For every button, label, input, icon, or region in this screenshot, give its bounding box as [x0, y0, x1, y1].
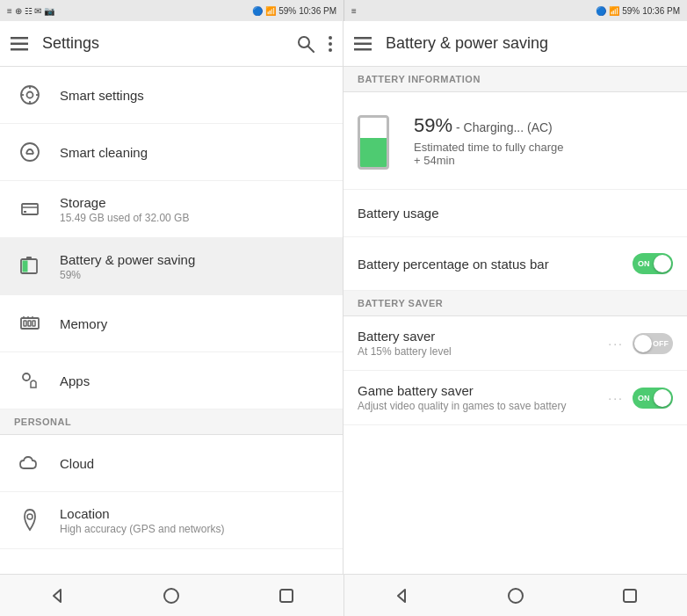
svg-rect-21 — [23, 261, 28, 272]
location-subtitle: High accuracy (GPS and networks) — [60, 523, 224, 535]
apps-icon — [14, 365, 46, 396]
more-options-icon[interactable] — [329, 36, 332, 52]
svg-rect-0 — [11, 37, 28, 40]
header-actions — [297, 35, 332, 53]
battery-header: Battery & power saving — [344, 21, 687, 67]
battery-usage-label: Battery usage — [358, 206, 439, 221]
time-left: 10:36 PM — [299, 6, 336, 16]
nav-bars — [0, 574, 687, 616]
storage-text: Storage 15.49 GB used of 32.00 GB — [60, 195, 189, 224]
battery-percentage-item[interactable]: Battery percentage on status bar ON — [344, 237, 687, 291]
svg-rect-31 — [354, 37, 372, 40]
notification-icons: ⊕ ☷ ✉ 📷 — [15, 6, 54, 16]
smart-settings-text: Smart settings — [60, 88, 144, 103]
battery-saver-more-dots[interactable]: ··· — [608, 337, 624, 351]
hamburger-icon[interactable] — [11, 37, 28, 51]
right-back-button[interactable] — [384, 578, 419, 613]
smart-cleaning-text: Smart cleaning — [60, 145, 148, 160]
cloud-icon — [14, 447, 46, 479]
svg-point-7 — [329, 48, 332, 52]
battery-saver-item[interactable]: Battery saver At 15% battery level ··· O… — [344, 316, 687, 371]
svg-rect-20 — [26, 257, 32, 259]
game-battery-saver-more-dots[interactable]: ··· — [608, 391, 624, 405]
settings-list: Smart settings Smart cleaning — [0, 67, 343, 574]
battery-text: Battery & power saving 59% — [60, 252, 195, 281]
right-home-button[interactable] — [498, 578, 533, 613]
time-right: 10:36 PM — [642, 6, 680, 16]
apps-text: Apps — [60, 373, 90, 388]
svg-rect-1 — [11, 42, 28, 45]
location-title: Location — [60, 506, 224, 521]
cloud-text: Cloud — [60, 456, 94, 471]
svg-marker-34 — [54, 590, 61, 602]
storage-icon — [14, 193, 46, 225]
svg-point-9 — [27, 92, 33, 98]
settings-header: Settings — [0, 21, 343, 67]
settings-item-battery[interactable]: Battery & power saving 59% — [0, 238, 343, 295]
smart-settings-icon — [14, 79, 46, 111]
left-recents-button[interactable] — [269, 578, 304, 613]
right-recents-button[interactable] — [612, 578, 647, 613]
smart-settings-title: Smart settings — [60, 88, 144, 103]
battery-saver-toggle[interactable]: OFF — [633, 333, 673, 354]
cloud-title: Cloud — [60, 456, 94, 471]
settings-item-location[interactable]: Location High accuracy (GPS and networks… — [0, 492, 343, 549]
battery-percentage-toggle[interactable]: ON — [633, 253, 673, 274]
left-home-button[interactable] — [154, 578, 189, 613]
game-battery-saver-right: ··· ON — [608, 388, 673, 409]
battery-estimate-label: Estimated time to fully charge — [414, 141, 564, 154]
battery-saver-title: Battery saver — [358, 329, 608, 344]
settings-item-smart-settings[interactable]: Smart settings — [0, 67, 343, 124]
battery-percent-row: 59% - Charging... (AC) — [414, 114, 673, 137]
left-back-button[interactable] — [40, 578, 75, 613]
svg-point-38 — [509, 589, 523, 603]
svg-rect-24 — [28, 321, 31, 326]
right-panel: Battery & power saving BATTERY INFORMATI… — [344, 21, 687, 574]
svg-rect-25 — [33, 321, 35, 326]
battery-percentage-label: Battery percentage on status bar — [358, 257, 549, 272]
settings-item-smart-cleaning[interactable]: Smart cleaning — [0, 124, 343, 181]
apps-title: Apps — [60, 373, 90, 388]
memory-text: Memory — [60, 316, 107, 331]
battery-saver-section-header: BATTERY SAVER — [344, 291, 687, 316]
battery-panel-title: Battery & power saving — [386, 34, 676, 53]
game-toggle-knob — [654, 389, 671, 407]
svg-point-5 — [329, 36, 332, 40]
right-system-icons: 🔵 📶 59% 10:36 PM — [596, 6, 680, 16]
game-battery-saver-item[interactable]: Game battery saver Adjust video quality … — [344, 371, 687, 425]
game-battery-saver-text: Game battery saver Adjust video quality … — [358, 383, 608, 412]
battery-graphic — [358, 110, 396, 171]
search-icon[interactable] — [297, 35, 315, 53]
settings-item-apps[interactable]: Apps — [0, 352, 343, 409]
svg-point-6 — [329, 42, 332, 46]
settings-item-cloud[interactable]: Cloud — [0, 435, 343, 492]
right-nav-bar — [344, 575, 687, 616]
svg-rect-2 — [11, 48, 28, 51]
battery-text-info: 59% - Charging... (AC) Estimated time to… — [414, 114, 673, 167]
smart-cleaning-icon — [14, 136, 46, 168]
smart-cleaning-title: Smart cleaning — [60, 145, 148, 160]
svg-rect-17 — [24, 211, 26, 213]
settings-item-storage[interactable]: Storage 15.49 GB used of 32.00 GB — [0, 181, 343, 238]
left-panel: Settings — [0, 21, 344, 574]
left-status-icons: ≡ ⊕ ☷ ✉ 📷 — [7, 6, 54, 16]
game-battery-saver-toggle[interactable]: ON — [633, 388, 673, 409]
svg-point-3 — [299, 37, 309, 47]
svg-point-30 — [27, 514, 33, 519]
bluetooth-icon: 🔵 — [252, 6, 263, 16]
settings-title: Settings — [42, 34, 297, 53]
location-text: Location High accuracy (GPS and networks… — [60, 506, 224, 535]
toggle-on-label: ON — [638, 259, 650, 268]
battery-saver-text: Battery saver At 15% battery level — [358, 329, 608, 358]
status-bar-left: ≡ ⊕ ☷ ✉ 📷 🔵 📶 59% 10:36 PM — [0, 0, 344, 21]
battery-back-icon[interactable] — [354, 37, 372, 51]
battery-estimate-time: + 54min — [414, 154, 455, 167]
battery-info-section-header: BATTERY INFORMATION — [344, 67, 687, 92]
right-battery-icon: 59% — [622, 6, 640, 16]
settings-item-memory[interactable]: Memory — [0, 295, 343, 352]
right-menu-icon: ≡ — [351, 6, 357, 16]
battery-usage-item[interactable]: Battery usage — [344, 190, 687, 237]
toggle-knob — [654, 255, 671, 272]
signal-icons: 📶 — [265, 6, 276, 16]
battery-estimate: Estimated time to fully charge + 54min — [414, 141, 673, 167]
